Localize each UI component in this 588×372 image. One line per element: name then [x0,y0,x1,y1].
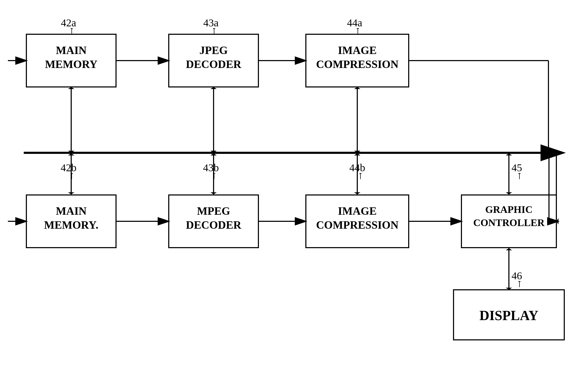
diagram-container: MAIN MEMORY JPEG DECODER IMAGE COMPRESSI… [0,0,588,372]
label-mpeg-decoder: MPEG [197,205,230,217]
label-mpeg-decoder-2: DECODER [186,219,242,231]
label-graphic-controller: GRAPHIC [485,204,532,215]
ref-44a: 44a [347,17,362,29]
label-image-compression-top: IMAGE [338,44,377,56]
label-image-compression-top-2: COMPRESSION [316,58,399,70]
label-main-memory-top: MAIN [56,44,87,56]
ref-46: 46 [512,270,522,282]
ref-43b: 43b [203,162,219,174]
ref-42b: 42b [61,162,76,174]
label-graphic-controller-2: CONTROLLER [473,217,545,228]
label-display: DISPLAY [479,308,538,323]
arrow-45-down [506,192,512,194]
label-jpeg-decoder-2: DECODER [186,58,242,70]
label-main-memory-top-2: MEMORY [45,58,97,70]
ref-42a: 42a [61,17,76,29]
label-image-compression-bottom: IMAGE [338,205,377,217]
diagram-svg: MAIN MEMORY JPEG DECODER IMAGE COMPRESSI… [0,0,588,372]
arrow-gc-up [506,248,512,250]
arrow-43b-down2 [210,192,217,194]
label-main-memory-bottom: MAIN [56,205,87,217]
arrow-42b-down2 [68,192,74,194]
label-jpeg-decoder: JPEG [199,44,228,56]
label-image-compression-bottom-2: COMPRESSION [316,219,399,231]
ref-43a: 43a [203,17,219,29]
label-main-memory-bottom-2: MEMORY. [44,219,98,231]
arrow-44b-down2 [354,192,360,194]
ref-45: 45 [512,162,522,174]
